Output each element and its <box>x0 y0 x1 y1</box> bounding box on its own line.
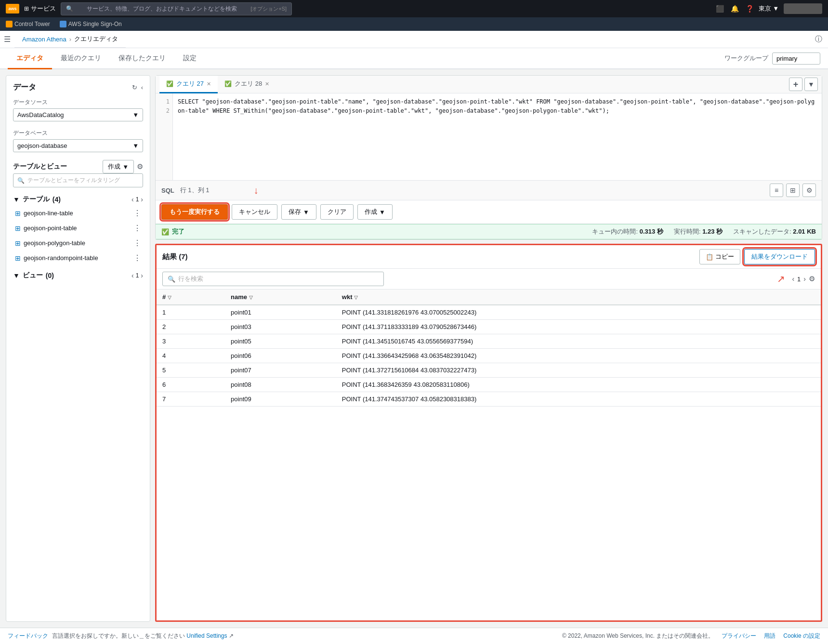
tab-saved[interactable]: 保存したクエリ <box>110 48 174 69</box>
copy-icon: 📋 <box>706 253 713 261</box>
tables-collapsible[interactable]: ▼ テーブル (4) <box>13 195 61 204</box>
cloud-icon[interactable]: ⬛ <box>716 5 724 13</box>
table-item[interactable]: ⊞ geojson-point-table ⋮ <box>13 221 143 236</box>
views-next-icon[interactable]: › <box>141 272 143 279</box>
add-query-tab-btn[interactable]: + <box>789 78 802 91</box>
table-icon: ⊞ <box>15 210 21 217</box>
hamburger-menu[interactable]: ☰ <box>0 31 14 48</box>
results-pagination: ↗ ‹ 1 › ⚙ <box>777 273 815 285</box>
tables-header: テーブルとビュー 作成 ▼ ⚙ <box>13 160 143 173</box>
tab-close-icon[interactable]: ✕ <box>207 81 211 87</box>
global-search[interactable]: 🔍 サービス、特徴、ブログ、およびドキュメントなどを検索 [オプション+S] <box>61 2 292 15</box>
query-editor-container: ✅ クエリ 27 ✕ ✅ クエリ 28 ✕ + ▼ <box>155 75 822 240</box>
top-navigation: aws ⊞ サービス 🔍 サービス、特徴、ブログ、およびドキュメントなどを検索 … <box>0 0 828 17</box>
views-prev-icon[interactable]: ‹ <box>131 272 134 279</box>
results-search-input[interactable]: 🔍 行を検索 <box>162 272 384 286</box>
sort-icon[interactable]: ▽ <box>168 295 171 300</box>
more-tabs-btn[interactable]: ▼ <box>804 78 818 91</box>
results-next-icon[interactable]: › <box>803 275 806 283</box>
table-view-icon[interactable]: ⊞ <box>786 184 800 197</box>
region-selector[interactable]: 東京 ▼ <box>759 4 779 13</box>
tables-section-title: テーブルとビュー <box>13 162 67 171</box>
tab-close-icon[interactable]: ✕ <box>265 81 269 87</box>
sso-link[interactable]: AWS Single Sign-On <box>60 21 122 27</box>
cookies-link[interactable]: Cookie の設定 <box>783 632 820 640</box>
privacy-link[interactable]: プライバシー <box>722 632 756 640</box>
sort-icon[interactable]: ▽ <box>249 295 253 300</box>
sidebar: データ ↻ ‹ データソース AwsDataCatalog ▼ データベース g… <box>6 75 150 622</box>
copyright-text: © 2022, Amazon Web Services, Inc. またはその関… <box>562 632 714 640</box>
terms-link[interactable]: 用語 <box>764 632 775 640</box>
second-navigation: Control Tower AWS Single Sign-On <box>0 17 828 31</box>
table-row: 4 point06 POINT (141.336643425968 43.063… <box>157 349 821 363</box>
editor-toolbar-right: ≡ ⊞ ⚙ <box>770 184 816 197</box>
download-button[interactable]: 結果をダウンロード <box>744 249 815 264</box>
format-icon[interactable]: ≡ <box>770 184 783 197</box>
check-icon: ✅ <box>166 80 173 87</box>
status-bar: ✅ 完了 キュー内の時間: 0.313 秒 実行時間: 1.23 秒 スキャンし… <box>156 224 822 239</box>
database-dropdown[interactable]: geojson-database ▼ <box>13 139 143 152</box>
datasource-dropdown[interactable]: AwsDataCatalog ▼ <box>13 108 143 121</box>
table-row: 3 point05 POINT (141.34515016745 43.0556… <box>157 334 821 349</box>
editor-area[interactable]: 1 2 SELECT "geojson-database"."geojson-p… <box>156 93 822 180</box>
run-again-button[interactable]: もう一度実行する <box>161 204 228 220</box>
table-icon: ⊞ <box>15 239 21 247</box>
tab-editor[interactable]: エディタ <box>8 48 52 69</box>
cell-num: 4 <box>157 349 225 363</box>
prev-page-icon[interactable]: ‹ <box>131 196 134 203</box>
create-table-btn[interactable]: 作成 ▼ <box>103 160 134 173</box>
breadcrumb-home[interactable]: Amazon Athena <box>22 36 66 43</box>
results-settings-icon[interactable]: ⚙ <box>809 275 815 283</box>
sql-label: SQL <box>161 187 174 194</box>
tab-recent[interactable]: 最近のクエリ <box>52 48 110 69</box>
database-section: データベース geojson-database ▼ <box>13 129 143 152</box>
table-item[interactable]: ⊞ geojson-polygon-table ⋮ <box>13 236 143 250</box>
views-collapsible[interactable]: ▼ ビュー (0) <box>13 271 54 280</box>
control-tower-link[interactable]: Control Tower <box>6 21 50 27</box>
collapse-icon[interactable]: ‹ <box>141 84 143 91</box>
table-more-icon[interactable]: ⋮ <box>133 209 141 218</box>
cell-name: point08 <box>225 378 336 392</box>
table-item[interactable]: ⊞ geojson-line-table ⋮ <box>13 206 143 221</box>
copy-button[interactable]: 📋 コピー <box>699 249 740 264</box>
unified-settings-link[interactable]: Unified Settings <box>186 632 227 639</box>
create-button[interactable]: 作成 ▼ <box>357 204 393 220</box>
table-row: 1 point01 POINT (141.331818261976 43.070… <box>157 305 821 320</box>
feedback-link[interactable]: フィードバック <box>8 632 48 640</box>
tables-pagination: ‹ 1 › <box>131 196 143 203</box>
account-menu[interactable] <box>784 3 822 14</box>
sso-icon <box>60 21 66 27</box>
refresh-icon[interactable]: ↻ <box>132 84 137 91</box>
results-prev-icon[interactable]: ‹ <box>792 275 794 283</box>
cancel-button[interactable]: キャンセル <box>232 204 277 220</box>
code-editor[interactable]: SELECT "geojson-database"."geojson-point… <box>173 93 822 180</box>
scanned-stat: スキャンしたデータ: 2.01 KB <box>733 227 816 236</box>
gear-icon[interactable]: ⚙ <box>137 162 143 171</box>
query-tab-28[interactable]: ✅ クエリ 28 ✕ <box>218 76 276 93</box>
settings-icon[interactable]: ⚙ <box>802 184 816 197</box>
table-more-icon[interactable]: ⋮ <box>133 223 141 233</box>
services-menu[interactable]: ⊞ サービス <box>24 4 56 13</box>
help-icon[interactable]: ❓ <box>746 5 754 13</box>
tab-settings[interactable]: 設定 <box>174 48 205 69</box>
info-icon[interactable]: ⓘ <box>815 35 828 44</box>
nav-icons: ⬛ 🔔 ❓ <box>716 5 754 13</box>
sidebar-header: データ ↻ ‹ <box>13 82 143 92</box>
results-page-num: 1 <box>797 276 801 283</box>
breadcrumb-current: クエリエディタ <box>74 35 118 43</box>
query-tab-27[interactable]: ✅ クエリ 27 ✕ <box>159 76 218 93</box>
workgroup-select[interactable]: primary <box>772 53 820 65</box>
cell-name: point05 <box>225 334 336 349</box>
chevron-down-icon: ▼ <box>132 142 139 149</box>
save-button[interactable]: 保存 ▼ <box>281 204 316 220</box>
table-item[interactable]: ⊞ geojson-randompoint-table ⋮ <box>13 250 143 265</box>
table-more-icon[interactable]: ⋮ <box>133 238 141 248</box>
collapse-triangle-icon: ▼ <box>13 196 20 203</box>
bell-icon[interactable]: 🔔 <box>731 5 739 13</box>
sort-icon[interactable]: ▽ <box>354 295 358 300</box>
next-page-icon[interactable]: › <box>141 196 143 203</box>
table-filter[interactable]: 🔍 テーブルとビューをフィルタリング <box>13 173 143 187</box>
table-more-icon[interactable]: ⋮ <box>133 253 141 263</box>
views-section: ▼ ビュー (0) ‹ 1 › <box>13 271 143 280</box>
clear-button[interactable]: クリア <box>320 204 354 220</box>
